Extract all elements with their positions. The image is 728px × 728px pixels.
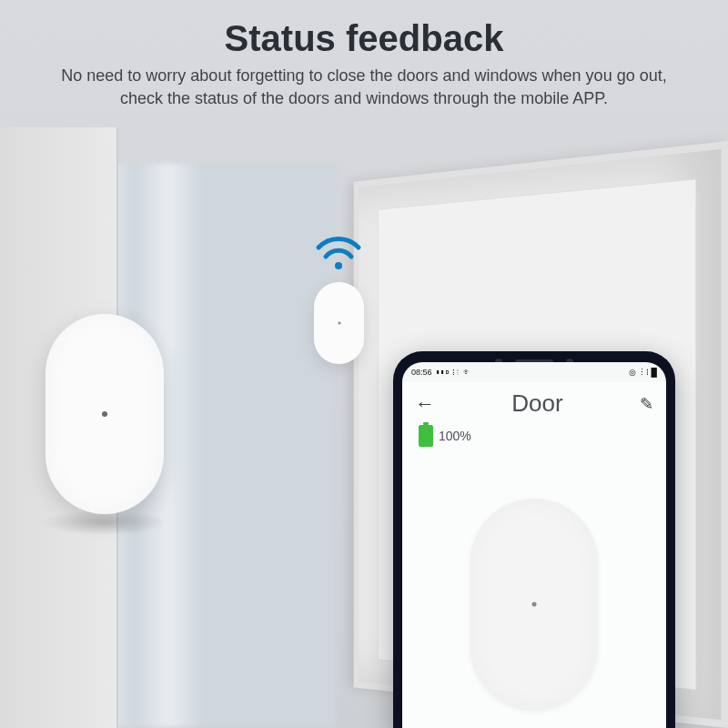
door-sensor-small [314, 282, 364, 364]
app-title: Door [511, 389, 562, 418]
battery-text: 100% [439, 429, 471, 443]
heading-block: Status feedback No need to worry about f… [0, 18, 728, 110]
app-sensor-graphic [470, 499, 598, 710]
phone-screen: 08:56 ▮▮▯ ⋮⁞ ᯤ ◎ ⋮⁞ █ ← Door ✎ 100% [402, 362, 666, 728]
statusbar-right-icons: ◎ ⋮⁞ █ [629, 368, 657, 377]
app-header: ← Door ✎ [402, 382, 666, 425]
statusbar-time: 08:56 [411, 368, 432, 377]
wifi-icon [313, 229, 364, 273]
door-sensor-large [46, 314, 164, 514]
battery-icon [419, 425, 433, 447]
page-subtitle: No need to worry about forgetting to clo… [0, 65, 728, 110]
back-icon[interactable]: ← [415, 392, 435, 416]
svg-point-0 [335, 262, 342, 269]
battery-row: 100% [402, 425, 666, 447]
page-title: Status feedback [0, 18, 728, 59]
edit-icon[interactable]: ✎ [640, 394, 653, 414]
phone-mockup: 08:56 ▮▮▯ ⋮⁞ ᯤ ◎ ⋮⁞ █ ← Door ✎ 100% [393, 351, 675, 728]
statusbar-signal-icon: ▮▮▯ ⋮⁞ ᯤ [436, 368, 471, 377]
phone-statusbar: 08:56 ▮▮▯ ⋮⁞ ᯤ ◎ ⋮⁞ █ [402, 362, 666, 382]
